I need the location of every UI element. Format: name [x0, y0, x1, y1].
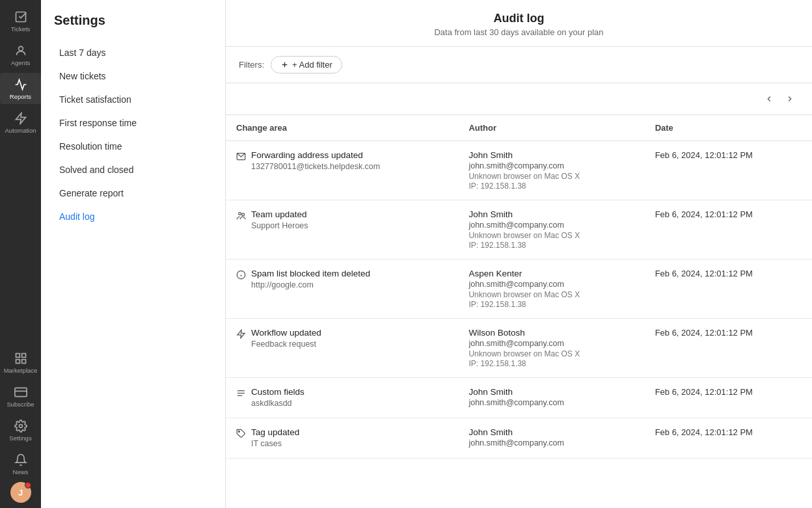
sidebar-item-auditlog[interactable]: Audit log [46, 205, 220, 228]
svg-rect-4 [21, 354, 25, 358]
nav-item-subscribe[interactable]: Subscribe [0, 381, 41, 412]
avatar-notification-badge [25, 482, 31, 488]
table-row: Team updated Support Heroes John Smith j… [226, 200, 812, 260]
icon-nav-bottom: Marketplace Subscribe Settings News J [0, 347, 41, 503]
change-area-subtitle: http://google.com [251, 280, 370, 289]
svg-marker-18 [237, 330, 245, 338]
nav-label-subscribe: Subscribe [7, 401, 34, 408]
svg-point-22 [238, 431, 239, 432]
author-email: john.smith@company.com [468, 398, 634, 407]
svg-point-1 [18, 46, 23, 51]
author-name: John Smith [468, 427, 634, 437]
nav-item-settings[interactable]: Settings [0, 414, 41, 446]
change-area-title: Team updated [251, 209, 308, 219]
change-area-title: Spam list blocked item deleted [251, 269, 370, 278]
svg-rect-6 [21, 360, 25, 364]
filters-label: Filters: [239, 60, 264, 70]
date-cell: Feb 6, 2024, 12:01:12 PM [645, 200, 812, 260]
author-cell: John Smith john.smith@company.com Unknow… [458, 200, 644, 260]
nav-label-news: News [13, 468, 29, 475]
author-email: john.smith@company.com [468, 221, 634, 230]
change-area-cell: Team updated Support Heroes [226, 200, 458, 260]
team-icon [236, 211, 246, 222]
nav-label-automation: Automation [5, 127, 36, 134]
icon-nav: Tickets Agents Reports Automation Market… [0, 0, 41, 508]
date-cell: Feb 6, 2024, 12:01:12 PM [645, 141, 812, 200]
info-icon [236, 270, 246, 282]
sidebar-item-newtickets[interactable]: New tickets [46, 64, 220, 88]
change-area-title: Custom fields [251, 387, 304, 397]
chevron-left-icon [765, 94, 774, 103]
table-row: Forwarding address updated 1327780011@ti… [226, 141, 812, 200]
svg-point-14 [242, 213, 245, 216]
table-row: Workflow updated Feedback request Wilson… [226, 319, 812, 378]
author-email: john.smith@company.com [468, 339, 634, 348]
change-area-subtitle: IT cases [251, 439, 299, 448]
author-cell: Aspen Kenter john.smith@company.com Unkn… [458, 260, 644, 319]
nav-item-news[interactable]: News [0, 448, 41, 479]
change-area-cell: Forwarding address updated 1327780011@ti… [226, 141, 458, 200]
change-area-subtitle: 1327780011@tickets.helpdesk.com [251, 162, 380, 171]
author-name: Wilson Botosh [468, 328, 634, 338]
page-header: Audit log Data from last 30 days availab… [226, 0, 812, 47]
pagination-bar [226, 83, 812, 115]
sidebar: Settings Last 7 days New tickets Ticket … [41, 0, 226, 508]
author-cell: John Smith john.smith@company.com [458, 378, 644, 418]
sidebar-item-ticketsatisfaction[interactable]: Ticket satisfaction [46, 88, 220, 111]
sidebar-item-last7days[interactable]: Last 7 days [46, 41, 220, 64]
change-area-cell: Custom fields askdlkasdd [226, 378, 458, 418]
filters-bar: Filters: + Add filter [226, 47, 812, 83]
nav-label-tickets: Tickets [11, 25, 31, 33]
nav-item-tickets[interactable]: Tickets [0, 5, 41, 36]
author-name: John Smith [468, 387, 634, 397]
nav-item-automation[interactable]: Automation [0, 107, 41, 138]
change-area-title: Tag updated [251, 427, 299, 437]
date-cell: Feb 6, 2024, 12:01:12 PM [645, 418, 812, 459]
nav-label-agents: Agents [11, 59, 31, 66]
svg-rect-3 [16, 354, 20, 358]
col-header-author: Author [458, 115, 644, 141]
workflow-icon [236, 329, 246, 341]
avatar[interactable]: J [10, 482, 31, 503]
author-name: John Smith [468, 150, 634, 160]
change-area-cell: Spam list blocked item deleted http://go… [226, 260, 458, 319]
svg-rect-7 [14, 388, 26, 396]
audit-log-table: Change area Author Date Forwarding addre… [226, 115, 812, 459]
prev-page-button[interactable] [760, 90, 778, 108]
add-filter-button[interactable]: + Add filter [271, 56, 342, 74]
change-area-title: Workflow updated [251, 328, 321, 338]
svg-point-9 [19, 425, 22, 428]
fields-icon [236, 388, 246, 400]
change-area-subtitle: Feedback request [251, 340, 321, 349]
nav-item-marketplace[interactable]: Marketplace [0, 347, 41, 378]
svg-rect-0 [16, 12, 25, 22]
change-area-subtitle: Support Heroes [251, 221, 308, 230]
audit-log-table-container: Change area Author Date Forwarding addre… [226, 115, 812, 508]
table-row: Tag updated IT cases John Smith john.smi… [226, 418, 812, 459]
page-subtitle: Data from last 30 days available on your… [239, 27, 799, 37]
date-cell: Feb 6, 2024, 12:01:12 PM [645, 378, 812, 418]
change-area-cell: Workflow updated Feedback request [226, 319, 458, 378]
next-page-button[interactable] [781, 90, 799, 108]
svg-point-13 [239, 213, 241, 215]
svg-marker-2 [16, 113, 25, 124]
tag-icon [236, 429, 246, 440]
nav-item-reports[interactable]: Reports [0, 73, 41, 104]
author-cell: John Smith john.smith@company.com [458, 418, 644, 459]
change-area-title: Forwarding address updated [251, 150, 380, 160]
table-row: Spam list blocked item deleted http://go… [226, 260, 812, 319]
author-email: john.smith@company.com [468, 161, 634, 170]
nav-item-agents[interactable]: Agents [0, 39, 41, 70]
date-cell: Feb 6, 2024, 12:01:12 PM [645, 260, 812, 319]
sidebar-item-generatereport[interactable]: Generate report [46, 181, 220, 205]
plus-icon [280, 60, 289, 69]
col-header-change-area: Change area [226, 115, 458, 141]
date-cell: Feb 6, 2024, 12:01:12 PM [645, 319, 812, 378]
author-name: John Smith [468, 209, 634, 219]
sidebar-item-resolutiontime[interactable]: Resolution time [46, 135, 220, 158]
change-area-cell: Tag updated IT cases [226, 418, 458, 459]
sidebar-item-firstresponsetime[interactable]: First response time [46, 111, 220, 135]
sidebar-item-solvedandclosed[interactable]: Solved and closed [46, 158, 220, 181]
chevron-right-icon [785, 94, 794, 103]
author-email: john.smith@company.com [468, 438, 634, 448]
